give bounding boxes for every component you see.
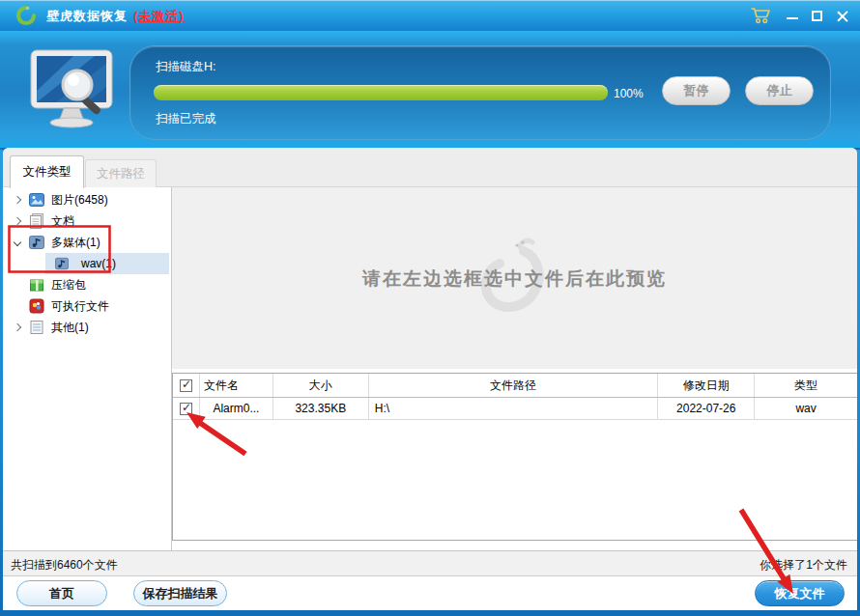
recover-files-button[interactable]: 恢复文件 [755,580,845,606]
tree-item-label: 文档 [51,213,74,230]
footer-bar: 首页 保存扫描结果 恢复文件 [3,576,857,610]
tab-file-type[interactable]: 文件类型 [10,155,84,188]
tree-item-label: 压缩包 [51,277,86,294]
maximize-icon[interactable] [812,11,822,21]
tree-item-archive[interactable]: 压缩包 [3,274,172,295]
tab-strip: 文件类型 文件路径 [3,148,857,187]
document-icon [29,213,44,229]
status-bar: 共扫描到6460个文件 你选择了1个文件 [3,550,857,576]
tree-item-other[interactable]: 其他(1) [3,317,172,338]
scan-panel: 扫描磁盘H: 100% 暂停 停止 扫描已完成 [129,45,831,140]
stop-button[interactable]: 停止 [745,76,814,105]
cell-date: 2022-07-26 [658,398,755,419]
chevron-right-icon[interactable] [14,323,21,331]
cell-type: wav [755,398,857,419]
scan-progress-bar [154,85,608,100]
results-table: ✓ 文件名 大小 文件路径 修改日期 类型 ✓ Alarm0... 323.35… [172,373,857,541]
scan-disk-label: 扫描磁盘H: [156,59,216,75]
tree-item-label: 其他(1) [51,320,89,336]
scanned-count-text: 共扫描到6460个文件 [11,557,118,574]
select-all-checkbox[interactable]: ✓ [180,379,192,392]
activation-link[interactable]: (未激活) [133,9,185,23]
column-header-filename[interactable]: 文件名 [200,374,273,397]
column-header-date[interactable]: 修改日期 [658,374,755,397]
cell-size: 323.35KB [273,398,369,419]
executable-icon [29,298,44,314]
tree-item-label: wav(1) [81,257,116,270]
other-icon [29,320,44,335]
table-row[interactable]: ✓ Alarm0... 323.35KB H:\ 2022-07-26 wav [173,398,857,420]
tree-item-label: 多媒体(1) [51,235,100,251]
app-title: 壁虎数据恢复(未激活) [46,8,185,25]
preview-placeholder-text: 请在左边选框选中文件后在此预览 [172,266,857,292]
scan-header: 扫描磁盘H: 100% 暂停 停止 扫描已完成 [0,31,860,148]
main-content: 文件类型 文件路径 图片(6458) [3,148,857,610]
app-logo-icon [15,5,37,26]
column-header-size[interactable]: 大小 [273,374,369,397]
tree-item-label: 可执行文件 [51,298,109,315]
file-type-tree: 图片(6458) 文档 [3,187,172,551]
tree-item-documents[interactable]: 文档 [3,210,172,232]
table-header-row: ✓ 文件名 大小 文件路径 修改日期 类型 [173,374,857,398]
tree-item-label: 图片(6458) [51,192,108,209]
cart-icon[interactable] [750,7,773,24]
app-window: 壁虎数据恢复(未激活) 扫描磁盘H: 10 [0,0,860,616]
home-button[interactable]: 首页 [16,580,107,606]
preview-pane: 请在左边选框选中文件后在此预览 [172,187,857,369]
monitor-search-icon [27,48,116,137]
tree-item-wav[interactable]: wav(1) [3,253,172,274]
wav-icon [55,257,69,270]
save-scan-result-button[interactable]: 保存扫描结果 [133,580,227,606]
tab-file-path[interactable]: 文件路径 [85,159,157,188]
selected-count-text: 你选择了1个文件 [760,557,847,574]
cell-path: H:\ [369,398,659,419]
tree-item-executable[interactable]: 可执行文件 [3,295,172,317]
cell-filename: Alarm0... [200,398,273,419]
scan-status-text: 扫描已完成 [156,111,216,127]
row-checkbox[interactable]: ✓ [180,403,192,415]
picture-icon [29,192,44,208]
archive-icon [29,277,44,293]
tree-item-pictures[interactable]: 图片(6458) [3,189,172,210]
tree-item-multimedia[interactable]: 多媒体(1) [3,232,172,253]
chevron-down-icon[interactable] [14,238,21,246]
chevron-right-icon[interactable] [14,196,21,204]
column-header-type[interactable]: 类型 [755,374,857,397]
title-bar: 壁虎数据恢复(未激活) [0,0,860,31]
chevron-right-icon[interactable] [14,217,21,225]
multimedia-icon [29,235,44,250]
minimize-icon[interactable] [787,10,798,21]
pause-button[interactable]: 暂停 [662,76,731,105]
close-icon[interactable] [836,10,848,22]
scan-progress-percent: 100% [614,87,644,100]
column-header-path[interactable]: 文件路径 [369,374,659,397]
